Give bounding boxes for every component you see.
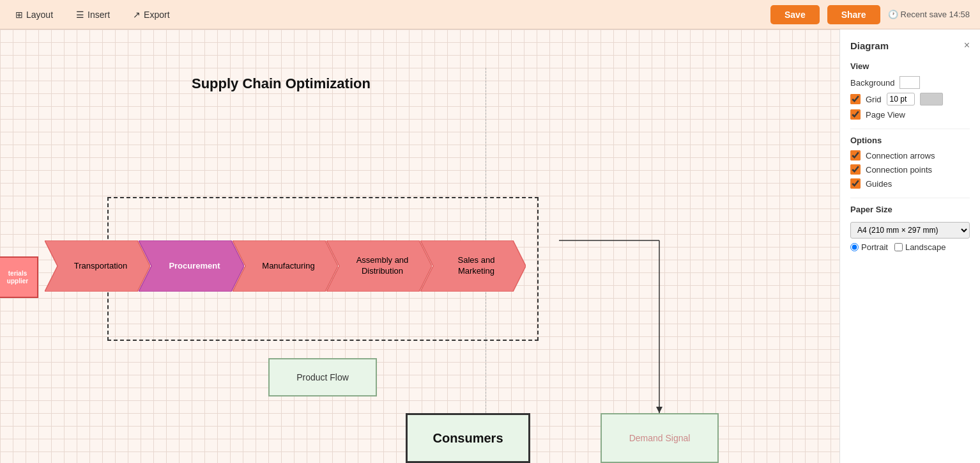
chevron-assembly[interactable]: Assembly and Distribution [326,240,432,292]
panel-close-button[interactable]: × [964,40,970,51]
right-panel: Diagram × View Background Grid Page View [839,29,980,463]
layout-button[interactable]: ⊞ Layout [10,7,58,22]
guides-label: Guides [866,179,892,189]
page-view-checkbox[interactable] [850,109,861,120]
toolbar-right: Save Share 🕐 Recent save 14:58 [770,5,970,24]
insert-icon: ☰ [76,10,84,20]
connection-arrows-row: Connection arrows [850,150,970,161]
connection-arrows-checkbox[interactable] [850,150,861,161]
portrait-label: Portrait [861,242,888,252]
clock-icon: 🕐 [888,10,898,19]
landscape-option: Landscape [894,242,946,252]
panel-background-row: Background [850,76,970,89]
chevron-procurement-label: Procurement [149,261,233,272]
panel-view-title: View [850,61,970,71]
save-button[interactable]: Save [770,5,820,24]
panel-divider-1 [850,129,970,129]
export-icon: ↗ [133,10,141,20]
panel-page-view-row: Page View [850,109,970,120]
guides-checkbox[interactable] [850,178,861,189]
panel-paper-size-section: Paper Size A4 (210 mm × 297 mm) Portrait… [850,205,970,252]
connection-points-label: Connection points [866,165,932,175]
diagram-title: Supply Chain Optimization [192,75,371,92]
panel-options-title: Options [850,136,970,145]
panel-grid-row: Grid [850,93,970,106]
panel-header: Diagram × [850,40,970,51]
chevron-manufacturing[interactable]: Manufacturing [233,240,338,292]
panel-paper-size-title: Paper Size [850,205,970,214]
chevron-transportation[interactable]: Transportation [45,240,150,292]
product-flow-box[interactable]: Product Flow [268,358,377,396]
chevron-manufacturing-label: Manufacturing [243,261,327,272]
background-label: Background [850,78,894,88]
panel-title: Diagram [850,40,889,51]
canvas[interactable]: Supply Chain Optimization terialsupplier… [0,29,839,463]
export-button[interactable]: ↗ Export [128,7,174,22]
connection-points-checkbox[interactable] [850,164,861,175]
chevron-row: Transportation Procurement Manufacturing [45,240,526,292]
consumers-box[interactable]: Consumers [406,413,530,463]
page-view-label: Page View [866,110,905,120]
layout-icon: ⊞ [15,10,23,20]
chevron-sales[interactable]: Sales and Marketing [420,240,526,292]
panel-options-section: Options Connection arrows Connection poi… [850,136,970,189]
orientation-row: Portrait Landscape [850,242,970,252]
connection-points-row: Connection points [850,164,970,175]
svg-marker-7 [656,407,662,413]
chevron-sales-label: Sales and Marketing [420,255,526,277]
main-area: Supply Chain Optimization terialsupplier… [0,29,980,463]
landscape-checkbox[interactable] [894,243,903,251]
chevron-transportation-label: Transportation [55,261,140,272]
portrait-radio[interactable] [850,243,859,251]
share-button[interactable]: Share [827,5,880,24]
background-color-picker[interactable] [900,76,920,89]
export-label: Export [144,10,169,20]
chevron-procurement[interactable]: Procurement [139,240,244,292]
insert-button[interactable]: ☰ Insert [71,7,115,22]
insert-label: Insert [88,10,110,20]
grid-checkbox[interactable] [850,94,861,104]
connection-arrows-label: Connection arrows [866,151,935,161]
landscape-label: Landscape [905,242,946,252]
panel-view-section: View Background Grid Page View [850,61,970,120]
demand-signal-label: Demand Signal [629,433,691,443]
materials-supplier-box[interactable]: terialsupplier [0,256,38,298]
grid-value-input[interactable] [887,93,915,106]
demand-signal-box[interactable]: Demand Signal [601,413,719,463]
chevron-assembly-label: Assembly and Distribution [326,255,432,277]
layout-label: Layout [26,10,53,20]
product-flow-label: Product Flow [296,372,349,382]
recent-save-status: 🕐 Recent save 14:58 [888,10,970,19]
materials-supplier-label: terialsupplier [7,270,28,285]
grid-color-swatch[interactable] [920,93,943,106]
grid-label: Grid [866,95,882,104]
portrait-option: Portrait [850,242,888,252]
toolbar: ⊞ Layout ☰ Insert ↗ Export Save Share 🕐 … [0,0,980,29]
paper-size-select[interactable]: A4 (210 mm × 297 mm) [850,222,970,239]
consumers-label: Consumers [433,431,503,446]
panel-divider-2 [850,198,970,198]
recent-save-text: Recent save 14:58 [901,10,970,19]
guides-row: Guides [850,178,970,189]
